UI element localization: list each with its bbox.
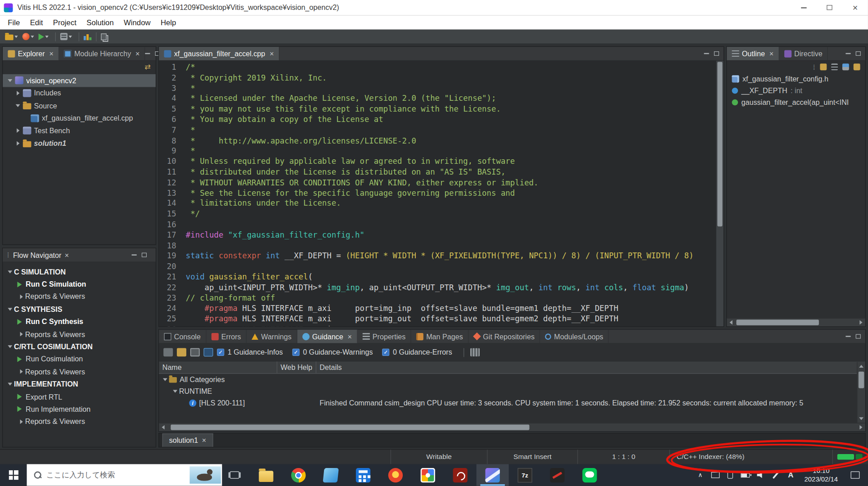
checkbox-checked-icon[interactable]	[292, 349, 300, 356]
menu-project[interactable]: Project	[48, 17, 81, 28]
search-highlight-image[interactable]	[189, 466, 220, 483]
scroll-left-button[interactable]	[159, 423, 167, 432]
filter-0-guidance-warnings[interactable]: 0 Guidance-Warnings	[292, 348, 373, 357]
expander-icon[interactable]	[6, 308, 14, 310]
expander-icon[interactable]	[17, 332, 25, 337]
close-icon[interactable]: ×	[348, 332, 352, 341]
scrollbar-thumb[interactable]	[736, 320, 819, 325]
vitis-icon[interactable]	[477, 464, 509, 486]
tablet-icon[interactable]	[723, 464, 738, 486]
outline-horizontal-scrollbar[interactable]	[727, 318, 865, 327]
close-icon[interactable]: ×	[135, 50, 139, 58]
scroll-right-button[interactable]	[857, 423, 865, 432]
flow-item-export-rtl[interactable]: Export RTL	[3, 391, 156, 403]
column-header-web-help[interactable]: Web Help	[277, 361, 316, 373]
file-explorer-icon[interactable]	[250, 464, 282, 486]
battery-icon[interactable]	[738, 464, 753, 486]
expander-icon[interactable]	[17, 419, 25, 424]
flow-item-run-c-simulation[interactable]: Run C Simulation	[3, 278, 156, 291]
pen-icon[interactable]	[768, 464, 783, 486]
column-header-name[interactable]: Name	[159, 361, 277, 373]
expander-icon[interactable]	[14, 104, 22, 107]
collapse-all-icon[interactable]	[854, 63, 860, 70]
ime-indicator[interactable]: A	[783, 464, 798, 486]
expander-icon[interactable]	[171, 390, 179, 393]
menu-help[interactable]: Help	[156, 17, 181, 28]
taskbar-search-box[interactable]: ここに入力して検索	[27, 464, 222, 486]
flow-item-run-c-synthesis[interactable]: Run C Synthesis	[3, 315, 156, 328]
guidance-row-hls-200-111[interactable]: [HLS 200-111]Finished Command csim_desig…	[159, 397, 865, 409]
scroll-down-button[interactable]	[857, 414, 866, 423]
scroll-left-button[interactable]	[727, 318, 735, 327]
outline-item-xf-gaussian-filter-config-h[interactable]: xf_gaussian_filter_config.h	[727, 73, 865, 85]
menu-solution[interactable]: Solution	[81, 17, 119, 28]
flow-item-c-synthesis[interactable]: C SYNTHESIS	[3, 303, 156, 315]
display-icon[interactable]	[708, 464, 723, 486]
console-tab-errors[interactable]: Errors	[206, 330, 247, 343]
hide-static-icon[interactable]	[842, 63, 849, 70]
console-tab-modules-loops[interactable]: Modules/Loops	[540, 330, 609, 343]
tree-item-vision-opencv2[interactable]: vision_opencv2	[3, 74, 156, 87]
report-icon[interactable]	[82, 32, 92, 41]
scrollbar-thumb[interactable]	[171, 424, 529, 430]
minimize-button[interactable]	[791, 0, 817, 15]
expander-icon[interactable]	[14, 128, 22, 133]
open-log-icon[interactable]	[177, 348, 186, 357]
columns-icon[interactable]	[471, 348, 480, 357]
explorer-tab-module-hierarchy[interactable]: Module Hierarchy×	[59, 47, 145, 60]
checkbox-checked-icon[interactable]	[217, 349, 224, 356]
run-icon[interactable]	[37, 32, 52, 41]
flow-item-reports-viewers[interactable]: Reports & Viewers	[3, 328, 156, 341]
column-header-details[interactable]: Details	[316, 361, 865, 373]
minimize-panel-button[interactable]	[846, 53, 850, 54]
checkbox-checked-icon[interactable]	[382, 349, 390, 356]
tree-item-test-bench[interactable]: Test Bench	[3, 124, 156, 137]
menu-edit[interactable]: Edit	[25, 17, 48, 28]
outline-item-xf-depth[interactable]: __XF_DEPTH : int	[727, 85, 865, 96]
editor-vertical-scrollbar[interactable]	[716, 61, 724, 326]
start-button[interactable]	[0, 464, 27, 486]
expander-icon[interactable]	[6, 79, 14, 82]
flow-item-c-rtl-cosimulation[interactable]: C/RTL COSIMULATION	[3, 341, 156, 353]
expander-icon[interactable]	[6, 270, 14, 273]
console-tab-console[interactable]: Console	[159, 330, 206, 343]
flow-item-implementation[interactable]: IMPLEMENTATION	[3, 378, 156, 391]
filter-1-guidance-infos[interactable]: 1 Guidance-Infos	[217, 348, 283, 357]
hide-fields-icon[interactable]	[831, 63, 838, 70]
maximize-panel-button[interactable]	[142, 253, 147, 257]
dropdown-caret-icon[interactable]	[45, 36, 48, 38]
console-tab-warnings[interactable]: Warnings	[247, 330, 297, 343]
tree-item-xf-gaussian-filter-accel-cpp[interactable]: xf_gaussian_filter_accel.cpp	[3, 112, 156, 125]
maps-icon[interactable]	[412, 464, 444, 486]
close-icon[interactable]: ×	[769, 50, 774, 58]
scrollbar-thumb[interactable]	[859, 372, 864, 388]
minimize-panel-button[interactable]	[704, 53, 709, 54]
minimize-panel-button[interactable]	[846, 336, 850, 337]
maximize-panel-button[interactable]	[856, 51, 861, 56]
heap-status-widget[interactable]	[832, 450, 868, 464]
expander-icon[interactable]	[14, 141, 22, 145]
tree-view-icon[interactable]	[203, 348, 213, 357]
flow-item-reports-viewers[interactable]: Reports & Viewers	[3, 291, 156, 303]
console-tab-properties[interactable]: Properties	[357, 330, 411, 343]
scrollbar-thumb[interactable]	[717, 62, 722, 227]
expander-icon[interactable]	[14, 91, 22, 95]
outline-tab-directive[interactable]: Directive	[779, 47, 828, 60]
expander-icon[interactable]	[17, 295, 25, 299]
expander-icon[interactable]	[6, 383, 14, 386]
guidance-vertical-scrollbar[interactable]	[857, 362, 865, 423]
flow-item-run-implementation[interactable]: Run Implementation	[3, 403, 156, 415]
code-editor[interactable]: 1234567891011121314151617181920212223242…	[159, 61, 724, 326]
debug-icon[interactable]	[21, 32, 37, 41]
taskbar-clock[interactable]: 16:10 2023/02/14	[798, 464, 844, 486]
code-area[interactable]: /* * Copyright 2019 Xilinx, Inc. * * Lic…	[180, 61, 723, 326]
tree-item-solution1[interactable]: solution1	[3, 137, 156, 149]
menu-window[interactable]: Window	[119, 17, 156, 28]
editor-tab-xf-gaussian-filter-accel-cpp[interactable]: xf_gaussian_filter_accel.cpp ×	[159, 47, 279, 60]
flow-item-reports-viewers[interactable]: Reports & Viewers	[3, 365, 156, 378]
browser-icon-red[interactable]	[379, 464, 412, 486]
guidance-horizontal-scrollbar[interactable]	[159, 423, 865, 432]
calculator-icon[interactable]	[347, 464, 379, 486]
outline-tab-outline[interactable]: Outline×	[727, 47, 779, 60]
expander-icon[interactable]	[6, 345, 14, 348]
